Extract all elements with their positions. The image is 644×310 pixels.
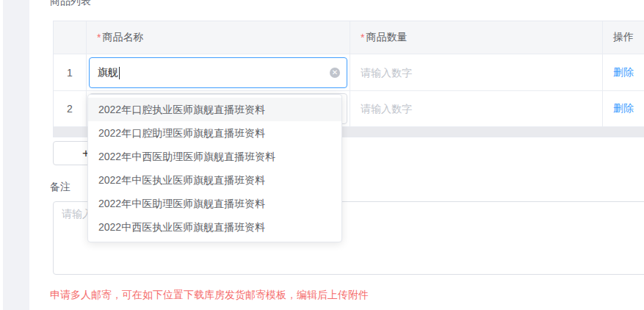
product-suggestion-dropdown: 2022年口腔执业医师旗舰直播班资料 2022年口腔助理医师旗舰直播班资料 20… (87, 94, 342, 242)
action-cell: 删除 (603, 91, 644, 126)
delete-link[interactable]: 删除 (613, 66, 634, 79)
header-index (54, 21, 87, 54)
page: 商品列表 * 商品名称 * 商品数量 操作 1 ✕ (0, 0, 644, 310)
text-caret (119, 67, 120, 79)
clear-icon[interactable]: ✕ (330, 68, 340, 78)
delete-link[interactable]: 删除 (613, 102, 634, 115)
action-cell: 删除 (603, 54, 644, 90)
header-action-label: 操作 (613, 31, 634, 44)
header-quantity-label: 商品数量 (366, 31, 407, 44)
dropdown-option[interactable]: 2022年中医执业医师旗舰直播班资料 (88, 168, 341, 192)
quantity-cell (350, 54, 603, 90)
header-product-name-label: 商品名称 (102, 31, 143, 44)
quantity-input[interactable] (361, 67, 592, 79)
row-index: 1 (54, 54, 87, 90)
table-header-row: * 商品名称 * 商品数量 操作 (54, 21, 644, 54)
header-quantity: * 商品数量 (350, 21, 603, 54)
notes-label: 备注 (50, 181, 70, 194)
required-mark: * (97, 32, 101, 43)
left-gutter (3, 0, 29, 310)
row-index: 2 (54, 91, 87, 126)
dropdown-option[interactable]: 2022中西医执业医师旗舰直播班资料 (88, 215, 341, 239)
header-action: 操作 (603, 21, 644, 54)
quantity-input[interactable] (361, 103, 592, 115)
section-title: 商品列表 (50, 0, 91, 8)
required-mark: * (361, 32, 364, 43)
product-name-input[interactable] (89, 57, 347, 88)
warning-text: 申请多人邮寄，可在如下位置下载库房发货邮寄模板，编辑后上传附件 (50, 289, 369, 302)
dropdown-option[interactable]: 2022年中西医助理医师旗舰直播班资料 (88, 145, 341, 168)
product-name-cell: ✕ (87, 54, 350, 90)
dropdown-option[interactable]: 2022年中医助理医师旗舰直播班资料 (88, 192, 341, 215)
dropdown-option[interactable]: 2022年口腔助理医师旗舰直播班资料 (88, 121, 341, 145)
table-row: 1 ✕ 删除 (54, 54, 644, 91)
quantity-cell (350, 91, 603, 126)
dropdown-option[interactable]: 2022年口腔执业医师旗舰直播班资料 (88, 98, 341, 121)
header-product-name: * 商品名称 (87, 21, 350, 54)
